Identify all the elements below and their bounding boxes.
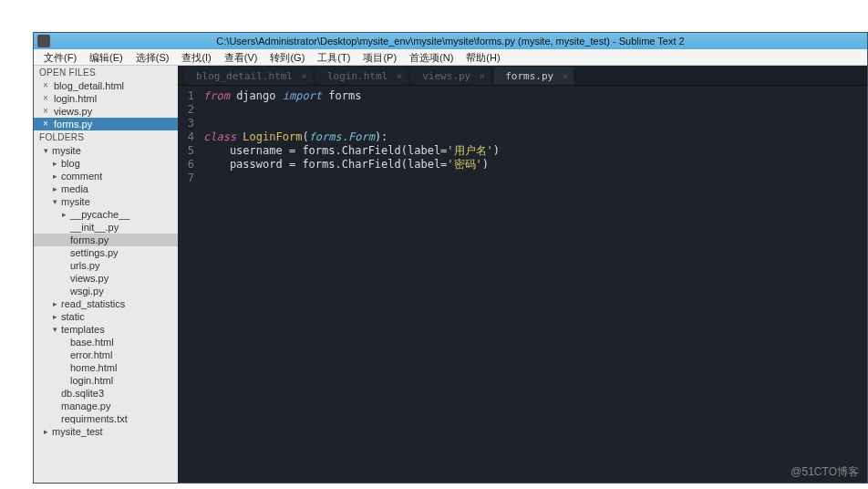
tree-node[interactable]: settings.py (34, 246, 178, 259)
chevron-right-icon[interactable] (50, 312, 59, 321)
menu-3[interactable]: 查找(I) (175, 49, 217, 65)
editor-tab[interactable]: views.py× (411, 67, 491, 85)
tree-node-label: read_statistics (59, 298, 125, 309)
code-content[interactable]: from django import forms class LoginForm… (200, 86, 867, 483)
tree-node[interactable]: mysite (34, 144, 178, 157)
line-number: 7 (178, 172, 194, 185)
tree-node[interactable]: comment (34, 170, 178, 182)
sidebar: OPEN FILES ×blog_detail.html×login.html×… (34, 66, 178, 483)
folder-tree: mysiteblogcommentmediamysite__pycache___… (34, 144, 178, 443)
chevron-right-icon[interactable] (41, 427, 50, 436)
tree-node-label: mysite (50, 145, 81, 156)
tree-node[interactable]: db.sqlite3 (34, 387, 178, 400)
tree-node[interactable]: templates (34, 323, 178, 336)
tree-node-label: base.html (68, 337, 114, 348)
menu-5[interactable]: 转到(G) (264, 49, 311, 65)
watermark: @51CTO博客 (790, 464, 859, 480)
tree-node[interactable]: home.html (34, 361, 178, 374)
tree-node-label: __pycache__ (68, 209, 129, 220)
tree-node-label: urls.py (68, 260, 99, 271)
tree-node[interactable]: base.html (34, 336, 178, 349)
tree-node[interactable]: __init__.py (34, 221, 178, 234)
open-file-label: login.html (50, 93, 97, 104)
tree-node[interactable]: forms.py (34, 234, 178, 246)
menu-6[interactable]: 工具(T) (311, 49, 356, 65)
close-icon[interactable]: × (563, 70, 569, 82)
code-area[interactable]: 1234567 from django import forms class L… (178, 86, 867, 483)
tree-node[interactable]: manage.py (34, 400, 178, 412)
folders-header: FOLDERS (34, 130, 178, 144)
close-icon[interactable]: × (41, 94, 50, 103)
close-icon[interactable]: × (41, 107, 50, 116)
tree-node[interactable]: __pycache__ (34, 208, 178, 221)
tree-node[interactable]: static (34, 310, 178, 323)
open-files-list: ×blog_detail.html×login.html×views.py×fo… (34, 79, 178, 130)
menu-1[interactable]: 编辑(E) (83, 49, 129, 65)
menu-0[interactable]: 文件(F) (37, 49, 83, 65)
close-icon[interactable]: × (480, 70, 486, 82)
browser-chrome (0, 0, 868, 26)
line-number: 5 (178, 144, 194, 158)
chevron-right-icon[interactable] (50, 184, 59, 193)
open-file-item[interactable]: ×forms.py (34, 118, 178, 130)
tree-node[interactable]: media (34, 182, 178, 195)
tree-node[interactable]: wsgi.py (34, 285, 178, 297)
tree-node[interactable]: read_statistics (34, 297, 178, 310)
tree-node[interactable]: mysite_test (34, 425, 178, 438)
chevron-right-icon[interactable] (59, 210, 68, 219)
close-icon[interactable]: × (41, 120, 50, 129)
tree-node-label: forms.py (68, 234, 108, 245)
chevron-right-icon[interactable] (50, 159, 59, 168)
open-file-label: views.py (50, 106, 92, 117)
main-body: OPEN FILES ×blog_detail.html×login.html×… (34, 66, 867, 483)
editor-area: blog_detail.html×login.html×views.py×for… (178, 66, 867, 483)
chevron-down-icon[interactable] (50, 325, 59, 334)
open-file-label: forms.py (50, 119, 92, 130)
open-file-item[interactable]: ×login.html (34, 92, 178, 105)
code-line: from django import forms (203, 89, 867, 103)
tree-node-label: __init__.py (68, 222, 119, 233)
open-file-item[interactable]: ×views.py (34, 105, 178, 118)
titlebar[interactable]: C:\Users\Administrator\Desktop\mysite_en… (34, 33, 867, 49)
menu-4[interactable]: 查看(V) (218, 49, 264, 65)
tree-node[interactable]: requirments.txt (34, 412, 178, 425)
line-number: 6 (178, 158, 194, 172)
close-icon[interactable]: × (301, 70, 307, 82)
code-line (203, 117, 867, 130)
tree-node-label: mysite (59, 196, 90, 207)
open-file-item[interactable]: ×blog_detail.html (34, 79, 178, 92)
chevron-down-icon[interactable] (50, 197, 59, 206)
chevron-right-icon[interactable] (50, 299, 59, 308)
tree-node-label: requirments.txt (59, 413, 128, 424)
tree-node-label: error.html (68, 349, 112, 360)
code-line (203, 103, 867, 117)
window-title: C:\Users\Administrator\Desktop\mysite_en… (34, 36, 867, 47)
menu-8[interactable]: 首选项(N) (403, 49, 460, 65)
tree-node[interactable]: blog (34, 157, 178, 170)
editor-tab[interactable]: login.html× (316, 67, 408, 85)
tab-label: forms.py (505, 70, 553, 82)
tree-node-label: media (59, 183, 88, 194)
tree-node[interactable]: login.html (34, 374, 178, 387)
tree-node[interactable]: error.html (34, 349, 178, 361)
tree-node-label: mysite_test (50, 426, 103, 437)
open-file-label: blog_detail.html (50, 80, 124, 91)
close-icon[interactable]: × (397, 70, 403, 82)
line-number: 4 (178, 130, 194, 144)
tree-node[interactable]: mysite (34, 195, 178, 208)
tree-node[interactable]: urls.py (34, 259, 178, 272)
tree-node-label: static (59, 311, 85, 322)
code-line (203, 172, 867, 185)
menu-2[interactable]: 选择(S) (129, 49, 176, 65)
tree-node-label: blog (59, 158, 80, 169)
line-number: 3 (178, 117, 194, 130)
tree-node[interactable]: views.py (34, 272, 178, 285)
chevron-right-icon[interactable] (50, 172, 59, 181)
menu-9[interactable]: 帮助(H) (460, 49, 506, 65)
editor-tab[interactable]: forms.py× (494, 67, 574, 85)
chevron-down-icon[interactable] (41, 146, 50, 155)
close-icon[interactable]: × (41, 81, 50, 90)
tree-node-label: views.py (68, 273, 108, 284)
menu-7[interactable]: 项目(P) (356, 49, 403, 65)
editor-tab[interactable]: blog_detail.html× (185, 67, 313, 85)
